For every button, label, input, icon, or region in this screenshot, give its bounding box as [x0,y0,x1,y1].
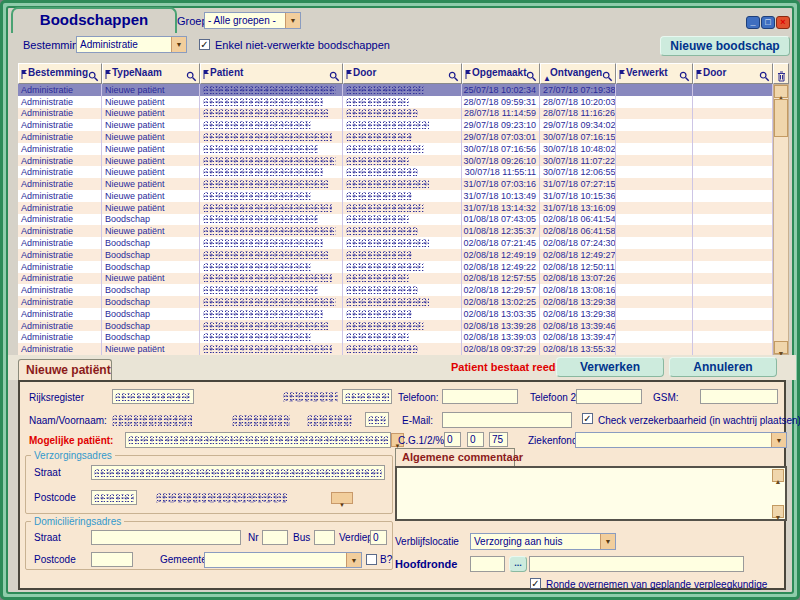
rijksregister-field[interactable] [112,389,194,404]
hoofdronde-browse-button[interactable]: ... [509,556,527,572]
nr-field[interactable] [262,530,288,545]
table-row[interactable]: AdministratieNieuwe patiënt25/07/18 10:0… [18,84,773,96]
table-row[interactable]: AdministratieNieuwe patiënt30/07/18 09:2… [18,155,773,167]
scroll-down-icon[interactable] [772,505,784,518]
gsm-input[interactable] [703,391,775,402]
tab-nieuwe-patient[interactable]: Nieuwe patiënt [18,359,112,380]
search-icon[interactable] [88,68,99,84]
email-field[interactable] [442,412,572,428]
nr-input[interactable] [265,532,285,543]
check-verzekerbaarheid-checkbox[interactable]: ✓ [582,413,593,424]
scroll-up-icon[interactable] [772,469,784,482]
table-row[interactable]: AdministratieBoodschap02/08/18 12:29:570… [18,284,773,296]
table-row[interactable]: AdministratieNieuwe patiënt01/08/18 12:3… [18,225,773,237]
ziekenfonds-select[interactable] [575,432,787,448]
table-row[interactable]: AdministratieBoodschap02/08/18 13:02:250… [18,296,773,308]
chevron-down-icon[interactable] [171,37,186,52]
groep-select[interactable]: - Alle groepen - [204,12,301,29]
b-checkbox[interactable] [366,554,377,565]
table-row[interactable]: AdministratieBoodschap02/08/18 13:03:350… [18,308,773,320]
domicil-postcode-field[interactable] [91,552,133,567]
table-row[interactable]: AdministratieBoodschap01/08/18 07:43:050… [18,214,773,226]
tab-algemene-commentaar[interactable]: Algemene commentaar [395,448,515,466]
hoofdronde-code-field[interactable] [470,556,505,572]
minimize-button[interactable]: _ [746,16,760,29]
algemene-commentaar-textarea[interactable] [395,466,787,521]
table-row[interactable]: AdministratieBoodschap02/08/18 13:39:280… [18,320,773,332]
cg2-input[interactable] [470,434,481,445]
table-row[interactable]: AdministratieBoodschap02/08/18 13:39:030… [18,331,773,343]
table-row[interactable]: AdministratieNieuwe patiënt29/07/18 09:2… [18,119,773,131]
scroll-down-icon[interactable] [774,341,788,354]
chevron-down-icon[interactable] [771,433,786,447]
telefoon-field[interactable] [442,389,518,404]
table-row[interactable]: AdministratieNieuwe patiënt29/07/18 07:0… [18,131,773,143]
search-icon[interactable] [186,68,197,84]
column-header-door[interactable]: Door [343,63,462,84]
ronde-overnemen-checkbox[interactable]: ✓ [530,578,541,589]
search-icon[interactable] [329,68,340,84]
table-row[interactable]: AdministratieBoodschap02/08/18 07:21:450… [18,237,773,249]
verzorging-straat-field[interactable] [91,465,385,480]
column-header-typenaam[interactable]: TypeNaam [102,63,200,84]
domicil-straat-field[interactable] [91,530,241,545]
table-row[interactable]: AdministratieNieuwe patiënt02/08/18 09:3… [18,343,773,355]
cg1-input[interactable] [447,434,458,445]
table-row[interactable]: AdministratieBoodschap02/08/18 12:49:220… [18,261,773,273]
gsm-field[interactable] [700,389,778,404]
scrollbar-thumb[interactable] [774,99,788,137]
verwerken-button[interactable]: Verwerken [556,357,664,377]
naam-extra-field[interactable] [365,412,389,427]
verzorging-gemeente-dropdown-button[interactable]: ▼ [331,492,353,504]
domicil-straat-input[interactable] [94,532,238,543]
filter-checkbox[interactable]: ✓ [199,39,210,50]
verdiep-field[interactable] [370,530,387,545]
hoofdronde-name-field[interactable] [529,556,744,572]
scroll-up-icon[interactable] [774,85,788,98]
telefoon2-input[interactable] [579,391,639,402]
search-icon[interactable] [602,68,613,84]
chevron-down-icon[interactable] [285,13,300,28]
table-row[interactable]: AdministratieNieuwe patiënt30/07/18 11:5… [18,166,773,178]
close-button[interactable]: × [776,16,790,29]
mogelijke-patient-select[interactable] [125,432,391,448]
annuleren-button[interactable]: Annuleren [669,357,777,377]
table-row[interactable]: AdministratieBoodschap02/08/18 12:49:190… [18,249,773,261]
cg1-field[interactable] [444,432,461,447]
cg2-field[interactable] [467,432,484,447]
bus-input[interactable] [317,532,332,543]
chevron-down-icon[interactable] [346,553,361,567]
search-icon[interactable] [759,68,770,84]
gemeente-select[interactable] [204,552,362,568]
chevron-down-icon[interactable] [600,534,615,549]
table-scrollbar[interactable] [773,84,789,355]
verdiep-input[interactable] [373,532,384,543]
verblijfslocatie-select[interactable]: Verzorging aan huis [470,533,616,550]
search-icon[interactable] [448,68,459,84]
verzorging-postcode-field[interactable] [91,490,137,505]
column-header-verwerkt[interactable]: Verwerkt [616,63,693,84]
table-row[interactable]: AdministratieNieuwe patiënt31/07/18 07:0… [18,178,773,190]
telefoon-input[interactable] [445,391,515,402]
nieuwe-boodschap-button[interactable]: Nieuwe boodschap [660,36,790,56]
bestemming-select[interactable]: Administratie [76,36,187,53]
table-row[interactable]: AdministratieNieuwe patiënt30/07/18 07:1… [18,143,773,155]
hoofdronde-code-input[interactable] [473,559,502,570]
column-header-door-2[interactable]: Door [693,63,773,84]
rijksregister-extra-field[interactable] [342,389,392,404]
column-header-opgemaakt[interactable]: Opgemaakt [462,63,540,84]
hoofdronde-name-input[interactable] [532,559,741,570]
table-row[interactable]: AdministratieNieuwe patiënt31/07/18 13:1… [18,202,773,214]
table-row[interactable]: AdministratieNieuwe patiënt02/08/18 12:5… [18,273,773,285]
table-row[interactable]: AdministratieNieuwe patiënt28/07/18 09:5… [18,96,773,108]
column-header-ontvangen[interactable]: Ontvangen [540,63,616,84]
cg3-input[interactable] [492,434,505,445]
search-icon[interactable] [679,68,690,84]
restore-button[interactable]: □ [761,16,775,29]
telefoon2-field[interactable] [576,389,642,404]
table-row[interactable]: AdministratieNieuwe patiënt28/07/18 11:1… [18,108,773,120]
search-icon[interactable] [526,68,537,84]
column-header-bestemming[interactable]: Bestemming [18,63,102,84]
column-header-patient[interactable]: Patient [200,63,343,84]
bus-field[interactable] [314,530,335,545]
